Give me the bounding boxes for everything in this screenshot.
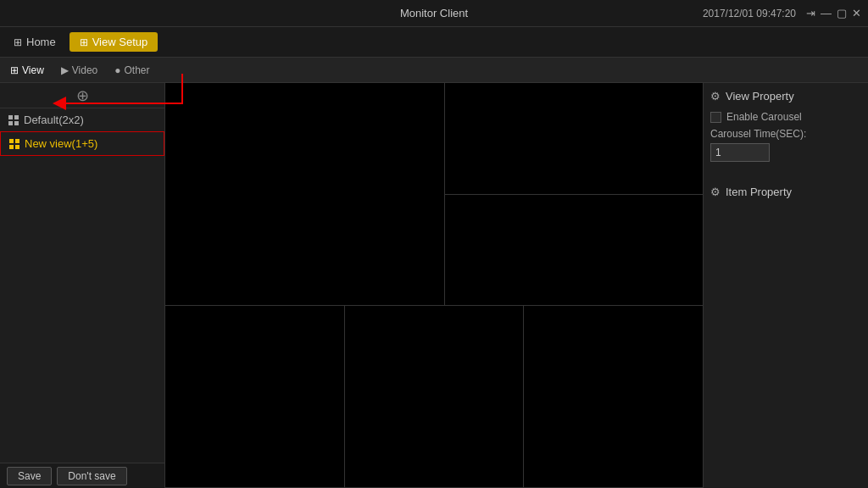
- add-icon: ⊕: [76, 86, 89, 105]
- grid-area: [165, 83, 703, 488]
- view-property-section: ⚙ View Property Enable Carousel Carousel…: [710, 90, 861, 162]
- tab-video[interactable]: ▶ Video: [58, 61, 101, 80]
- view-tab-label: View: [22, 64, 44, 76]
- dont-save-button[interactable]: Don't save: [57, 467, 126, 485]
- viewsetup-button[interactable]: ⊞ View Setup: [70, 32, 159, 52]
- sidebar-item-default-label: Default(2x2): [24, 114, 84, 126]
- grid-cell-b2: [345, 306, 525, 488]
- enable-carousel-row: Enable Carousel: [710, 111, 861, 123]
- right-panel: ⚙ View Property Enable Carousel Carousel…: [703, 83, 868, 488]
- view-property-title: ⚙ View Property: [710, 90, 861, 103]
- enable-carousel-checkbox[interactable]: [710, 112, 721, 123]
- other-tab-label: Other: [125, 64, 150, 76]
- home-icon: ⊞: [14, 36, 22, 48]
- sidebar-item-newview-label: New view(1+5): [25, 137, 97, 150]
- viewsetup-icon: ⊞: [80, 36, 88, 48]
- item-property-label: Item Property: [726, 186, 792, 198]
- grid-cell-b1: [165, 306, 345, 488]
- grid-cell-main: [165, 83, 445, 305]
- grid-bottom-row: [165, 306, 703, 488]
- navbar: ⊞ Home ⊞ View Setup: [0, 27, 868, 58]
- signin-icon[interactable]: ⇥: [806, 7, 815, 19]
- sidebar-item-newview[interactable]: New view(1+5): [0, 131, 164, 156]
- minimize-icon[interactable]: —: [821, 7, 832, 19]
- other-tab-icon: ●: [114, 64, 120, 76]
- home-label: Home: [26, 36, 56, 48]
- grid-cell-tr2: [445, 195, 703, 306]
- item-property-section: ⚙ Item Property: [710, 186, 861, 207]
- grid-icon-newview: [9, 139, 19, 149]
- enable-carousel-label: Enable Carousel: [726, 111, 802, 123]
- grid-cell-b3: [524, 306, 703, 488]
- bottombar: Save Don't save: [0, 463, 164, 488]
- titlebar-controls: 2017/12/01 09:47:20 ⇥ — ▢ ✕: [703, 7, 861, 19]
- viewsetup-label: View Setup: [92, 36, 148, 48]
- tab-view[interactable]: ⊞ View: [7, 61, 47, 80]
- titlebar: Monitor Client 2017/12/01 09:47:20 ⇥ — ▢…: [0, 0, 868, 27]
- tab-other[interactable]: ● Other: [111, 61, 153, 80]
- gear-icon-view: ⚙: [710, 90, 721, 103]
- sidebar-item-default[interactable]: Default(2x2): [0, 108, 164, 131]
- carousel-time-label: Carousel Time(SEC):: [710, 128, 861, 140]
- sidebar: ⊕ Default(2x2) New view(1+5): [0, 83, 165, 488]
- grid-icon-default: [8, 115, 19, 125]
- main-area: ⊕ Default(2x2) New view(1+5): [0, 83, 868, 488]
- maximize-icon[interactable]: ▢: [837, 7, 847, 19]
- video-tab-icon: ▶: [61, 64, 69, 76]
- content-area: [165, 83, 703, 488]
- view-property-label: View Property: [726, 90, 794, 103]
- carousel-time-input[interactable]: [710, 143, 770, 162]
- home-button[interactable]: ⊞ Home: [3, 32, 66, 52]
- save-button[interactable]: Save: [7, 467, 52, 485]
- grid-top-row: [165, 83, 703, 306]
- grid-top-right-cells: [445, 83, 703, 305]
- grid-cell-tr1: [445, 83, 703, 195]
- add-view-button[interactable]: ⊕: [0, 83, 164, 108]
- titlebar-time: 2017/12/01 09:47:20: [703, 8, 796, 19]
- titlebar-title: Monitor Client: [400, 7, 468, 19]
- item-property-title: ⚙ Item Property: [710, 186, 861, 198]
- close-icon[interactable]: ✕: [852, 7, 861, 19]
- view-tab-icon: ⊞: [10, 64, 19, 76]
- tabbar: ⊞ View ▶ Video ● Other: [0, 58, 868, 83]
- gear-icon-item: ⚙: [710, 186, 721, 198]
- video-tab-label: Video: [72, 64, 97, 76]
